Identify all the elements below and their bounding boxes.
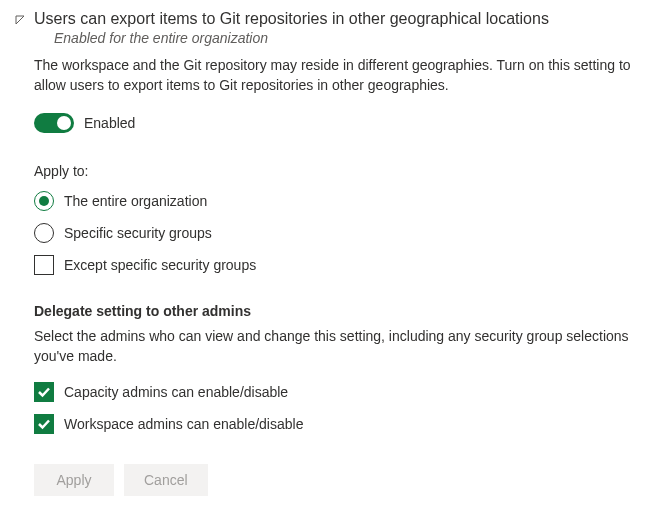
checkbox-except-groups[interactable]: [34, 255, 54, 275]
apply-to-label: Apply to:: [34, 163, 648, 179]
setting-description: The workspace and the Git repository may…: [34, 56, 648, 95]
enabled-toggle-label: Enabled: [84, 115, 135, 131]
delegate-label: Delegate setting to other admins: [34, 303, 648, 319]
radio-entire-organization[interactable]: [34, 191, 54, 211]
checkbox-capacity-admins-label: Capacity admins can enable/disable: [64, 384, 288, 400]
radio-specific-groups[interactable]: [34, 223, 54, 243]
collapse-triangle-icon[interactable]: [14, 14, 26, 26]
checkbox-except-groups-label: Except specific security groups: [64, 257, 256, 273]
enabled-toggle[interactable]: [34, 113, 74, 133]
checkbox-workspace-admins[interactable]: [34, 414, 54, 434]
radio-specific-groups-label: Specific security groups: [64, 225, 212, 241]
setting-scope-subtitle: Enabled for the entire organization: [54, 30, 648, 46]
setting-title: Users can export items to Git repositori…: [34, 10, 648, 28]
radio-entire-organization-label: The entire organization: [64, 193, 207, 209]
apply-button[interactable]: Apply: [34, 464, 114, 496]
delegate-description: Select the admins who can view and chang…: [34, 327, 648, 366]
cancel-button[interactable]: Cancel: [124, 464, 208, 496]
checkbox-capacity-admins[interactable]: [34, 382, 54, 402]
checkbox-workspace-admins-label: Workspace admins can enable/disable: [64, 416, 303, 432]
